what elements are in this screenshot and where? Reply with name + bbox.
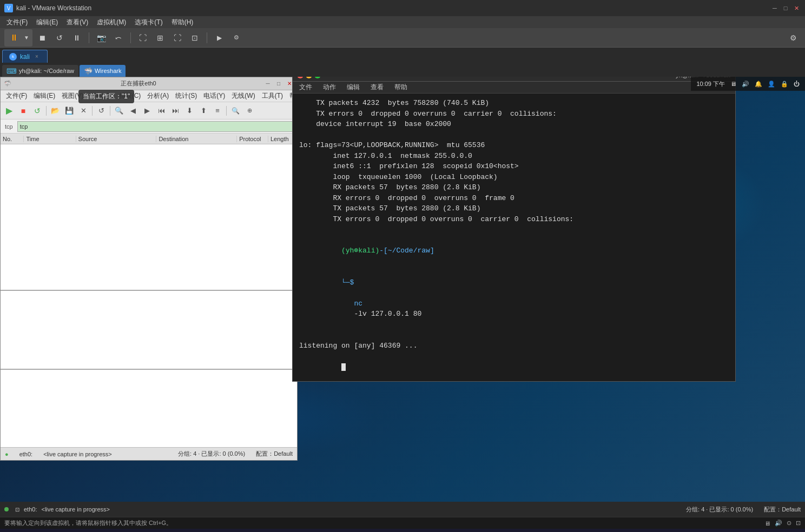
vmware-menubar: 文件(F) 编辑(E) 查看(V) 虚拟机(M) 选项卡(T) 帮助(H) [0,16,805,28]
status-eth0-text: eth0: [24,506,37,513]
menu-file[interactable]: 文件(F) [2,17,32,28]
term-menu-view[interactable]: 查看 [368,82,386,93]
terminal-content[interactable]: TX packets 4232 bytes 758280 (740.5 KiB)… [293,94,735,381]
inner-tab-wireshark-label: Wireshark [95,68,122,74]
ws-hex-dump [1,370,297,448]
term-line-blank [299,224,729,235]
ws-status-packets: 分组: 4 · 已显示: 0 (0.0%) [178,450,245,458]
ws-menu-wireless[interactable]: 无线(W) [228,90,258,102]
terminal-command: nc -lv 127.0.0.1 80 [299,300,421,329]
wireshark-titlebar: 🦈 正在捕获eth0 ─ □ ✕ [1,77,297,90]
vm-power-icon: ⏻ [794,81,800,87]
hint-icon-3: ⊙ [787,520,791,527]
ws-next-packet[interactable]: ▶ [141,104,154,117]
ws-restart-capture[interactable]: ↺ [31,104,44,117]
status-config: 配置：Default [764,506,801,514]
ws-scroll-up[interactable]: ⬆ [197,104,210,117]
maximize-button[interactable]: □ [781,4,790,12]
revert-button[interactable]: ⤺ [111,30,126,45]
fullscreen-button[interactable]: ⛶ [135,30,150,45]
term-menu-edit[interactable]: 编辑 [345,82,362,93]
vmware-icon: V [4,4,13,12]
ws-filter-input[interactable] [17,121,295,132]
suspend-button[interactable]: ⏸ [69,30,84,45]
tab-kali[interactable]: k kali × [2,50,48,63]
inner-tab-terminal[interactable]: ⌨ yh@kali: ~/Code/raw [2,65,78,77]
ws-scroll-down[interactable]: ⬇ [183,104,196,117]
ws-start-capture[interactable]: ▶ [3,104,16,117]
menu-vm[interactable]: 虚拟机(M) [93,17,130,28]
ws-status-iface: eth0: [19,451,32,457]
workspace-tooltip-text: 当前工作区："1" [83,92,130,100]
term-line-4 [299,130,729,141]
ws-col-proto-header: Protocol [237,136,268,142]
ws-maximize-button[interactable]: □ [274,79,283,88]
stretch-button[interactable]: ⛶ [170,30,185,45]
power-dropdown[interactable]: ▼ [23,30,30,45]
ws-filter-label-btn[interactable]: tcp [3,120,15,133]
console-button[interactable]: ▶ [212,30,227,45]
inner-tab-wireshark[interactable]: 🦈 Wireshark [80,65,126,77]
ws-packet-detail [1,291,297,370]
ws-zoom-in[interactable]: 🔍 [229,104,242,117]
ws-prev-marked[interactable]: ⏮ [155,104,168,117]
separator-1 [89,32,89,43]
menu-edit[interactable]: 编辑(E) [32,17,62,28]
prefs-button[interactable]: ⚙ [786,30,801,45]
ws-reload[interactable]: ↺ [95,104,108,117]
ws-menu-edit[interactable]: 编辑(E) [30,90,58,102]
menu-tabs[interactable]: 选项卡(T) [130,17,167,28]
ws-detail-panels [1,290,297,447]
ws-col-dst-header: Destination [156,136,237,142]
ws-menu-phone[interactable]: 电话(Y) [200,90,228,102]
ws-filter-bar: tcp [1,119,297,134]
workspace-tooltip: 当前工作区："1" [78,90,134,103]
menu-view[interactable]: 查看(V) [62,17,93,28]
ws-prev-packet[interactable]: ◀ [127,104,140,117]
ws-find-packet[interactable]: 🔍 [113,104,126,117]
kali-icon: k [9,53,17,61]
close-button[interactable]: ✕ [792,4,801,12]
tab-bar: k kali × [0,48,805,63]
tab-close-button[interactable]: × [33,53,41,61]
term-menu-help[interactable]: 帮助 [392,82,410,93]
vm-screen[interactable]: ⌨ yh@kali: ~/Code/raw 🦈 Wireshark 🦈 正在捕获… [0,63,805,502]
ws-menu-stats[interactable]: 统计(S) [172,90,200,102]
snapshot-button[interactable]: 📷 [94,30,109,45]
term-menu-action[interactable]: 动作 [321,82,338,93]
unity-button[interactable]: ⊞ [153,30,168,45]
settings-button[interactable]: ⚙ [229,30,244,45]
term-menu-file[interactable]: 文件 [297,82,314,93]
term-line-11: TX packets 57 bytes 2880 (2.8 KiB) [299,203,729,214]
inner-tab-bar: ⌨ yh@kali: ~/Code/raw 🦈 Wireshark [0,63,805,77]
vm-audio-icon: 🔊 [742,81,749,88]
ws-menu-tools[interactable]: 工具(T) [259,90,286,102]
ws-menu-file[interactable]: 文件(F) [3,90,30,102]
ws-open-file[interactable]: 📂 [49,104,62,117]
minimize-button[interactable]: ─ [770,4,779,12]
wireshark-toolbar: ▶ ■ ↺ 📂 💾 ✕ ↺ 🔍 ◀ ▶ ⏮ ⏭ ⬇ ⬆ ≡ 🔍 [1,102,297,119]
ws-next-marked[interactable]: ⏭ [169,104,182,117]
ws-save-file[interactable]: 💾 [63,104,76,117]
ws-expand-all[interactable]: ⊕ [243,104,256,117]
ws-close-file[interactable]: ✕ [77,104,90,117]
status-right-group: 分组: 4 · 已显示: 0 (0.0%) 配置：Default [686,506,801,514]
ws-colorize[interactable]: ≡ [211,104,224,117]
term-line-1: TX packets 4232 bytes 758280 (740.5 KiB) [299,98,729,109]
prompt-user: (yh⊕kali) [341,247,379,255]
ws-sep-3 [110,106,110,116]
terminal-cursor-line [299,351,729,381]
menu-help[interactable]: 帮助(H) [167,17,198,28]
reboot-button[interactable]: ↺ [52,30,67,45]
ws-stop-capture[interactable]: ■ [17,104,30,117]
ws-minimize-button[interactable]: ─ [263,79,272,88]
ws-icon: 🦈 [4,80,11,87]
ws-title: 正在捕获eth0 [14,79,263,88]
vm-bell-icon: 🔔 [755,81,762,88]
fit-button[interactable]: ⊡ [187,30,202,45]
ws-menu-analyze[interactable]: 分析(A) [144,90,172,102]
vm-time: 10:09 下午 [696,80,725,88]
power-off-button[interactable]: ⏹ [35,30,50,45]
wireshark-menu: 文件(F) 编辑(E) 视图(V) 跳转(G) 捕获(C) 分析(A) 统计(S… [1,90,297,102]
pause-button[interactable]: ⏸ [6,30,22,45]
